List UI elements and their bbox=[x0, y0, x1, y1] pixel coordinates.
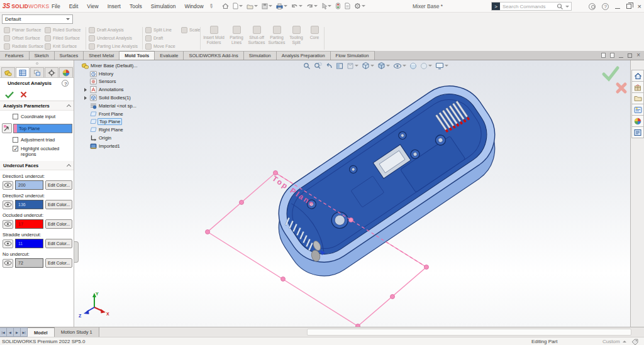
show-hide-button[interactable] bbox=[3, 181, 13, 190]
design-library-tab[interactable] bbox=[631, 92, 644, 104]
view-settings-button[interactable] bbox=[435, 62, 448, 70]
close-button[interactable]: × bbox=[638, 3, 641, 9]
tab-dimxpert-manager[interactable] bbox=[45, 67, 58, 77]
edit-color-button[interactable]: Edit Color... bbox=[45, 258, 72, 268]
tree-item-solid-bodies[interactable]: Solid Bodies(1) bbox=[90, 94, 138, 102]
display-style-button[interactable] bbox=[377, 62, 390, 70]
tree-item-top-plane[interactable]: Top Plane bbox=[90, 118, 138, 126]
parting-lines-button[interactable]: PartingLines bbox=[225, 26, 248, 45]
tab-features[interactable]: Features bbox=[0, 51, 30, 60]
tab-mold-tools[interactable]: Mold Tools bbox=[119, 51, 155, 60]
redo-button[interactable] bbox=[306, 3, 318, 9]
menu-simulation[interactable]: Simulation bbox=[151, 3, 176, 9]
motion-study-tab[interactable]: Motion Study 1 bbox=[55, 327, 99, 337]
checkbox-checked-icon[interactable] bbox=[13, 146, 18, 151]
offset-surface-button[interactable]: Offset Surface bbox=[4, 34, 43, 42]
edit-color-button[interactable]: Edit Color... bbox=[45, 239, 72, 248]
view-orientation-button[interactable] bbox=[362, 62, 374, 70]
tab-sketch[interactable]: Sketch bbox=[30, 51, 55, 60]
last-study-button[interactable]: ▶| bbox=[21, 327, 28, 337]
doc-icon-2[interactable] bbox=[610, 53, 614, 58]
draft-analysis-button[interactable]: Draft Analysis bbox=[89, 26, 138, 34]
tab-evaluate[interactable]: Evaluate bbox=[155, 51, 184, 60]
search-input[interactable]: Search Commands bbox=[502, 4, 557, 9]
tag-icon[interactable] bbox=[631, 339, 638, 345]
dynamic-annotation-button[interactable] bbox=[347, 62, 358, 70]
ok-button[interactable] bbox=[5, 91, 14, 99]
highlight-occluded-checkbox[interactable]: Highlight occluded regions bbox=[13, 146, 74, 157]
split-line-button[interactable]: Split Line bbox=[145, 26, 175, 34]
previous-view-button[interactable] bbox=[325, 62, 333, 70]
tab-solidworks-add-ins[interactable]: SOLIDWORKS Add-Ins bbox=[184, 51, 243, 60]
home-button[interactable] bbox=[222, 3, 229, 9]
file-explorer-tab[interactable] bbox=[631, 104, 644, 116]
tab-simulation[interactable]: Simulation bbox=[244, 51, 277, 60]
expand-arrow-icon[interactable] bbox=[84, 96, 87, 100]
panel-grip[interactable] bbox=[0, 60, 74, 66]
menu-tools[interactable]: Tools bbox=[130, 3, 142, 9]
tab-analysis-preparation[interactable]: Analysis Preparation bbox=[277, 51, 331, 60]
doc-restore-button[interactable] bbox=[628, 53, 632, 58]
options-button[interactable] bbox=[354, 3, 365, 9]
direction-arrow-button[interactable] bbox=[2, 123, 12, 133]
home-tab[interactable] bbox=[631, 70, 644, 82]
tab-feature-manager[interactable] bbox=[1, 67, 15, 77]
save-button[interactable] bbox=[262, 3, 272, 9]
graphics-viewport[interactable]: Top Plane Y X Z bbox=[74, 60, 630, 327]
edit-color-button[interactable]: Edit Color... bbox=[45, 219, 72, 229]
show-hide-button[interactable] bbox=[3, 239, 13, 248]
next-study-button[interactable]: ▶ bbox=[14, 327, 21, 337]
model-tab[interactable]: Model bbox=[28, 327, 55, 337]
tab-display-manager[interactable] bbox=[59, 67, 73, 77]
menu-window[interactable]: Window bbox=[184, 3, 203, 9]
custom-properties-tab[interactable] bbox=[631, 126, 644, 138]
search-options-caret[interactable] bbox=[565, 6, 569, 8]
planar-surface-button[interactable]: Planar Surface bbox=[4, 26, 43, 34]
doc-close-button[interactable]: × bbox=[636, 53, 640, 58]
pin-icon[interactable]: ✎ bbox=[207, 2, 214, 10]
edit-appearance-button[interactable] bbox=[409, 62, 417, 70]
show-hide-button[interactable] bbox=[3, 200, 13, 209]
minimize-button[interactable] bbox=[615, 4, 620, 9]
undercut-faces-header[interactable]: Undercut Faces bbox=[0, 161, 74, 170]
tab-sheet-metal[interactable]: Sheet Metal bbox=[84, 51, 119, 60]
move-face-button[interactable]: Move Face bbox=[145, 42, 175, 50]
tree-item-sensors[interactable]: Sensors bbox=[90, 78, 138, 86]
zoom-to-fit-button[interactable] bbox=[303, 62, 311, 70]
confirm-cancel-icon[interactable] bbox=[618, 84, 625, 92]
tree-item-imported1[interactable]: Imported1 bbox=[90, 142, 138, 150]
pm-help-icon[interactable] bbox=[62, 80, 69, 87]
radiate-surface-button[interactable]: Radiate Surface bbox=[4, 42, 43, 50]
tree-item-front-plane[interactable]: Front Plane bbox=[90, 110, 138, 118]
undercut-analysis-button[interactable]: Undercut Analysis bbox=[89, 34, 138, 42]
edit-color-button[interactable]: Edit Color... bbox=[45, 180, 72, 190]
units-selector[interactable]: Custom bbox=[602, 339, 626, 344]
doc-icon[interactable] bbox=[601, 53, 606, 58]
solidworks-resources-tab[interactable] bbox=[631, 81, 644, 93]
restore-button[interactable] bbox=[626, 4, 631, 9]
menu-insert[interactable]: Insert bbox=[108, 3, 121, 9]
horizontal-scroll-strip[interactable] bbox=[307, 329, 631, 336]
tab-surfaces[interactable]: Surfaces bbox=[55, 51, 84, 60]
hide-show-items-button[interactable] bbox=[393, 62, 406, 70]
doc-minimize-button[interactable] bbox=[619, 53, 623, 58]
menu-file[interactable]: File bbox=[52, 3, 60, 9]
adjustment-triad-checkbox[interactable]: Adjustment triad bbox=[13, 137, 74, 143]
tab-property-manager[interactable] bbox=[16, 67, 30, 77]
tab-configuration-manager[interactable] bbox=[30, 67, 44, 77]
expand-arrow-icon[interactable] bbox=[84, 88, 87, 92]
zoom-to-area-button[interactable] bbox=[314, 62, 322, 70]
panel-splitter-handle[interactable] bbox=[74, 241, 79, 263]
analysis-parameters-header[interactable]: Analysis Parameters bbox=[0, 101, 74, 111]
tree-item-history[interactable]: History bbox=[90, 70, 138, 78]
cancel-button[interactable] bbox=[20, 91, 27, 98]
show-hide-button[interactable] bbox=[3, 259, 13, 268]
knit-surface-button[interactable]: Knit Surface bbox=[45, 42, 80, 50]
ruled-surface-button[interactable]: Ruled Surface bbox=[45, 26, 80, 34]
shut-off-surfaces-button[interactable]: Shut-offSurfaces bbox=[245, 26, 268, 45]
show-hide-button[interactable] bbox=[3, 220, 13, 229]
confirm-ok-icon[interactable] bbox=[604, 68, 618, 79]
coordinate-input-checkbox[interactable]: Coordinate input bbox=[13, 114, 74, 119]
scale-button[interactable]: Scale bbox=[181, 26, 201, 34]
direction-selection-box[interactable]: Top Plane bbox=[13, 124, 72, 133]
